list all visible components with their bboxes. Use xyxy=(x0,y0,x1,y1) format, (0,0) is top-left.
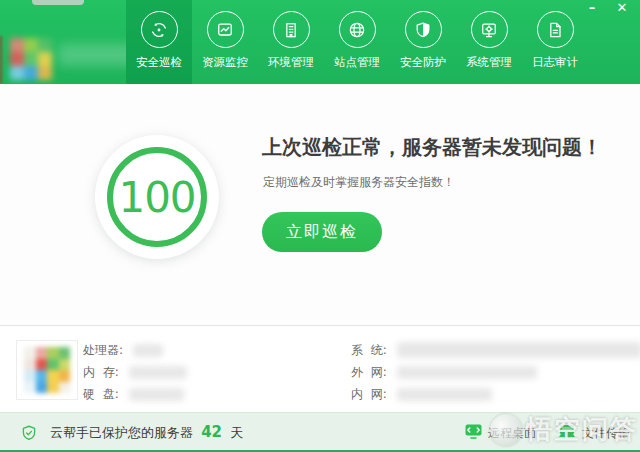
memory-label: 内 存: xyxy=(83,364,119,381)
inspection-subtitle: 定期巡检及时掌握服务器安全指数！ xyxy=(263,174,455,191)
tab-label: 资源监控 xyxy=(202,55,248,70)
inspection-result-title: 上次巡检正常，服务器暂未发现问题！ xyxy=(262,134,602,161)
resource-monitor-icon xyxy=(207,11,244,48)
tab-label: 日志审计 xyxy=(532,55,578,70)
os-logo-box xyxy=(16,340,78,400)
inspection-scan-icon xyxy=(141,11,178,48)
tab-site-management[interactable]: 站点管理 xyxy=(324,0,390,84)
days-unit: 天 xyxy=(230,425,243,440)
blurred-os-logo xyxy=(24,347,70,393)
tab-resource-monitor[interactable]: 资源监控 xyxy=(192,0,258,84)
tab-label: 安全防护 xyxy=(400,55,446,70)
main-navigation: 安全巡检 资源监控 xyxy=(126,0,588,84)
tab-environment-management[interactable]: 环境管理 xyxy=(258,0,324,84)
log-document-icon xyxy=(537,11,574,48)
protection-status-text: 云帮手已保护您的服务器 42 天 xyxy=(50,423,243,442)
file-transfer-button[interactable]: 文件传输 xyxy=(558,424,630,443)
protection-text: 云帮手已保护您的服务器 xyxy=(50,425,193,440)
inspection-panel: 100 上次巡检正常，服务器暂未发现问题！ 定期巡检及时掌握服务器安全指数！ 立… xyxy=(0,84,640,325)
app-logo-redacted xyxy=(8,36,138,80)
lan-label: 内 网: xyxy=(351,386,387,403)
security-score-value: 100 xyxy=(118,173,195,222)
close-icon[interactable]: ✕ xyxy=(614,0,630,16)
status-bar-actions: 远程桌面 文件传输 xyxy=(465,413,630,452)
file-transfer-icon xyxy=(558,424,576,443)
redacted-value xyxy=(397,366,537,379)
blurred-logo-pixels xyxy=(10,38,52,80)
shield-check-icon xyxy=(20,424,38,442)
tab-log-audit[interactable]: 日志审计 xyxy=(522,0,588,84)
app-window: 安全巡检 资源监控 xyxy=(0,0,640,452)
redacted-value xyxy=(129,388,184,401)
redacted-value xyxy=(397,388,492,401)
remote-desktop-button[interactable]: 远程桌面 xyxy=(465,424,536,443)
system-info-panel: 处理器: 内 存: 硬 盘: 系 统: 外 网: 内 网: xyxy=(0,325,640,412)
processor-row: 处理器: xyxy=(83,342,163,358)
wan-label: 外 网: xyxy=(351,364,387,381)
status-bar: 云帮手已保护您的服务器 42 天 远程桌面 xyxy=(0,412,640,452)
minimize-icon[interactable]: – xyxy=(584,0,600,16)
remote-desktop-label: 远程桌面 xyxy=(488,425,536,442)
os-row: 系 统: xyxy=(351,342,640,358)
tab-system-management[interactable]: 系统管理 xyxy=(456,0,522,84)
file-transfer-label: 文件传输 xyxy=(582,425,630,442)
redacted-value xyxy=(133,344,163,357)
header-bar: 安全巡检 资源监控 xyxy=(0,0,640,84)
tab-label: 站点管理 xyxy=(334,55,380,70)
redacted-value xyxy=(397,342,640,358)
processor-label: 处理器: xyxy=(83,342,123,359)
disk-label: 硬 盘: xyxy=(83,386,119,403)
tab-label: 环境管理 xyxy=(268,55,314,70)
environment-building-icon xyxy=(273,11,310,48)
os-label: 系 统: xyxy=(351,342,387,359)
tab-label: 安全巡检 xyxy=(136,55,182,70)
score-ring: 100 xyxy=(107,147,207,247)
system-gear-icon xyxy=(471,11,508,48)
tab-security-inspection[interactable]: 安全巡检 xyxy=(126,0,192,84)
memory-row: 内 存: xyxy=(83,364,187,380)
wan-row: 外 网: xyxy=(351,364,537,380)
inspect-now-button[interactable]: 立即巡检 xyxy=(262,212,382,252)
site-globe-icon xyxy=(339,11,376,48)
lan-row: 内 网: xyxy=(351,386,492,402)
remote-desktop-icon xyxy=(465,424,482,443)
protected-days-count: 42 xyxy=(201,423,222,441)
redacted-value xyxy=(129,366,187,379)
background-artifact xyxy=(0,36,2,84)
window-controls: – ✕ xyxy=(584,0,630,16)
disk-row: 硬 盘: xyxy=(83,386,184,402)
tab-security-protection[interactable]: 安全防护 xyxy=(390,0,456,84)
tab-label: 系统管理 xyxy=(466,55,512,70)
protection-shield-icon xyxy=(405,11,442,48)
background-artifact xyxy=(32,0,84,5)
security-score-circle: 100 xyxy=(95,135,219,259)
